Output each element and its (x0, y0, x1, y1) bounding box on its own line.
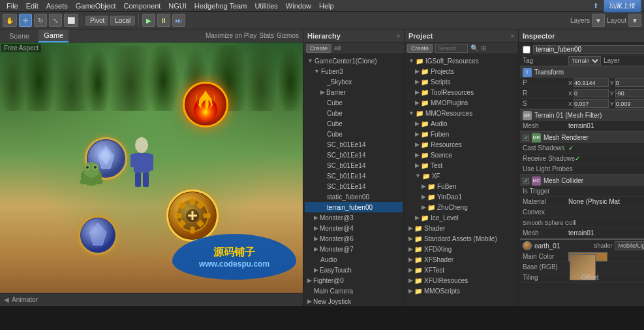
layers-dropdown[interactable]: ▼ (592, 14, 605, 27)
hierarchy-tree[interactable]: ▼GameCenter1(Clone)▼Fuben3_Skybox▶Barrie… (303, 54, 404, 306)
project-item-16[interactable]: ▶ 📁Shader (406, 223, 517, 233)
menu-utilities[interactable]: Utilities (251, 0, 281, 12)
hierarchy-item-9[interactable]: SC_b01Ee14 (305, 150, 403, 160)
hierarchy-item-16[interactable]: ▶Monster@4 (305, 223, 403, 233)
project-item-19[interactable]: ▶ 📁XFShader (406, 254, 517, 265)
menu-window[interactable]: Window (282, 0, 315, 12)
rect-tool[interactable]: ⬜ (64, 14, 78, 27)
project-icon2[interactable]: ⊞ (481, 44, 486, 52)
pause-button[interactable]: ⏸ (157, 14, 170, 27)
project-item-11[interactable]: ▼ 📁XF (406, 171, 517, 181)
project-item-12[interactable]: ▶ 📁FuBen (406, 181, 517, 191)
arrow-left[interactable]: ◀ (4, 296, 9, 303)
stats-button[interactable]: Stats (259, 32, 274, 39)
project-item-10[interactable]: ▶ 📁Test (406, 160, 517, 171)
pivot-button[interactable]: Pivot (85, 16, 108, 25)
project-item-5[interactable]: ▼ 📁MMOResources (406, 108, 517, 118)
hierarchy-item-5[interactable]: Cube (305, 108, 403, 118)
upload-button[interactable]: 玩家上传 (604, 0, 641, 12)
menu-help[interactable]: Help (315, 0, 338, 12)
rot-y[interactable] (615, 89, 644, 97)
active-checkbox[interactable] (523, 46, 530, 54)
mesh-collider-checkbox[interactable]: ✓ (523, 178, 529, 184)
gizmos-button[interactable]: Gizmos (277, 32, 299, 39)
hierarchy-item-21[interactable]: ▶Fighter@0 (305, 275, 403, 286)
project-item-6[interactable]: ▶ 📁Audio (406, 118, 517, 129)
project-item-9[interactable]: ▶ 📁Scence (406, 150, 517, 160)
project-tree[interactable]: ▼ 📁IGSoft_Resources▶ 📁Projects▶ 📁Scripts… (405, 54, 518, 306)
project-item-1[interactable]: ▶ 📁Projects (406, 66, 517, 76)
hierarchy-item-18[interactable]: ▶Monster@7 (305, 244, 403, 254)
menu-component[interactable]: Component (119, 0, 164, 12)
project-item-21[interactable]: ▶ 📁XFUIResouces (406, 275, 517, 286)
project-item-17[interactable]: ▶ 📁Standard Assets (Mobile) (406, 233, 517, 244)
hierarchy-item-17[interactable]: ▶Monster@6 (305, 233, 403, 244)
rotate-tool[interactable]: ↻ (34, 14, 47, 27)
project-item-18[interactable]: ▶ 📁XFDiXing (406, 244, 517, 254)
project-create-btn[interactable]: Create (407, 44, 433, 53)
maximize-on-play[interactable]: Maximize on Play (206, 32, 256, 39)
project-item-20[interactable]: ▶ 📁XFTest (406, 265, 517, 275)
scale-y[interactable] (615, 99, 644, 108)
menu-file[interactable]: File (3, 0, 22, 12)
hierarchy-item-20[interactable]: ▶EasyTouch (305, 265, 403, 275)
menu-ngui[interactable]: NGUI (164, 0, 191, 12)
play-button[interactable]: ▶ (142, 14, 155, 27)
hierarchy-item-19[interactable]: Audio (305, 254, 403, 265)
hand-tool[interactable]: ✋ (3, 14, 17, 27)
project-item-8[interactable]: ▶ 📁Resources (406, 139, 517, 150)
hierarchy-all[interactable]: All (334, 45, 341, 52)
project-item-14[interactable]: ▶ 📁ZhuCheng (406, 202, 517, 212)
hierarchy-item-13[interactable]: static_fuben00 (305, 191, 403, 202)
hierarchy-item-15[interactable]: ▶Monster@3 (305, 212, 403, 223)
pos-x[interactable] (574, 78, 609, 87)
move-tool[interactable]: ✛ (19, 14, 32, 27)
rot-x[interactable] (574, 89, 609, 97)
mesh-renderer-component[interactable]: ✓ MR Mesh Renderer ⚙ (520, 131, 644, 143)
project-icon1[interactable]: 🔍 (470, 44, 478, 52)
project-item-22[interactable]: ▶ 📁MMOScripts (406, 286, 517, 296)
menu-assets[interactable]: Assets (42, 0, 72, 12)
hierarchy-item-10[interactable]: SC_b01Ee14 (305, 160, 403, 171)
project-item-13[interactable]: ▶ 📁YinDao1 (406, 191, 517, 202)
hierarchy-item-23[interactable]: ▶New Joystick (305, 296, 403, 306)
project-item-15[interactable]: ▶ 📁Ice_Level (406, 212, 517, 223)
scale-x[interactable] (574, 99, 609, 108)
local-button[interactable]: Local (110, 16, 135, 25)
pos-y[interactable] (615, 78, 644, 87)
project-item-7[interactable]: ▶ 📁Fuben (406, 129, 517, 139)
hierarchy-item-6[interactable]: Cube (305, 118, 403, 129)
hierarchy-item-14[interactable]: terrain_fuben00 (305, 202, 403, 212)
project-search-input[interactable] (435, 44, 468, 53)
hierarchy-item-12[interactable]: SC_b01Ee14 (305, 181, 403, 191)
project-item-4[interactable]: ▶ 📁MMOPlugins (406, 97, 517, 108)
hierarchy-item-3[interactable]: ▶Barrier (305, 87, 403, 97)
menu-gameobject[interactable]: GameObject (72, 0, 120, 12)
project-item-3[interactable]: ▶ 📁ToolResources (406, 87, 517, 97)
hierarchy-create-btn[interactable]: Create (306, 44, 331, 53)
shader-select[interactable]: Mobile/Lightmaptr (615, 241, 644, 250)
mesh-filter-component[interactable]: MF Terrain 01 (Mesh Filter) ⚙ (520, 109, 644, 121)
menu-edit[interactable]: Edit (22, 0, 42, 12)
hierarchy-item-1[interactable]: ▼Fuben3 (305, 66, 403, 76)
hierarchy-item-2[interactable]: _Skybox (305, 76, 403, 87)
hierarchy-item-11[interactable]: SC_b01Ee14 (305, 171, 403, 181)
scene-viewport[interactable]: Free Aspect (0, 42, 303, 293)
transform-component[interactable]: T Transform (520, 66, 644, 78)
scale-tool[interactable]: ⤡ (49, 14, 62, 27)
hierarchy-collapse[interactable]: ≡ (397, 33, 400, 39)
hierarchy-item-8[interactable]: SC_b01Ee14 (305, 139, 403, 150)
project-collapse[interactable]: ≡ (511, 33, 514, 39)
tab-game[interactable]: Game (38, 29, 69, 42)
layout-dropdown[interactable]: ▼ (628, 14, 641, 27)
tag-select[interactable]: Terrain (568, 56, 601, 65)
mesh-renderer-checkbox[interactable]: ✓ (523, 135, 529, 141)
project-item-2[interactable]: ▶ 📁Scripts (406, 76, 517, 87)
project-item-0[interactable]: ▼ 📁IGSoft_Resources (406, 56, 517, 66)
hierarchy-item-7[interactable]: Cube (305, 129, 403, 139)
hierarchy-item-4[interactable]: Cube (305, 97, 403, 108)
mesh-collider-component[interactable]: ✓ MC Mesh Collider ⚙ (520, 174, 644, 186)
step-button[interactable]: ⏭ (172, 14, 185, 27)
hierarchy-item-22[interactable]: Main Camera (305, 286, 403, 296)
object-name-field[interactable] (533, 45, 644, 54)
